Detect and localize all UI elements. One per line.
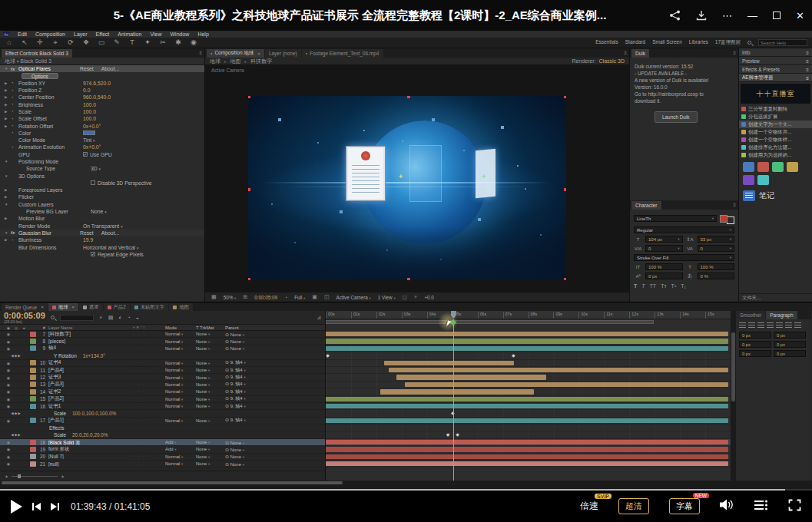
layer-name[interactable]: 证书2 <box>48 388 133 395</box>
layer-color-label[interactable] <box>30 332 36 337</box>
justify-last-right-icon[interactable] <box>785 322 792 329</box>
selection-handle[interactable] <box>407 278 410 280</box>
layer-duration-bar[interactable] <box>326 397 728 401</box>
mode-select[interactable]: Normal ▾ <box>165 361 196 365</box>
mode-select[interactable]: Normal ▾ <box>165 454 196 459</box>
twirl-icon[interactable]: ▶ <box>5 216 11 220</box>
property-value[interactable]: 0x+0.0° <box>83 124 101 129</box>
property-value[interactable]: 1x+134.0° <box>83 353 105 358</box>
layer-switches[interactable]: · · · <box>133 397 165 401</box>
justify-last-left-icon[interactable] <box>767 322 774 329</box>
visibility-toggle[interactable]: ◉ <box>5 332 12 336</box>
property-value[interactable]: 0x+0.0° <box>83 144 101 150</box>
layer-color-label[interactable] <box>30 339 36 344</box>
layer-color-label[interactable] <box>30 404 36 409</box>
timeline-ruler[interactable]: 00s01s02s03s04s05s06s07s08s09s10s11s12s1… <box>326 311 731 319</box>
motion-blur-icon[interactable]: ◒ <box>136 315 139 320</box>
faux-italic-icon[interactable]: T <box>641 283 645 289</box>
eraser-tool-icon[interactable]: ✱ <box>174 38 183 47</box>
property-row[interactable]: ▶◔Center Position960.0,540.0 <box>0 94 204 101</box>
parent-select[interactable]: ⊙ 9. 轴4 ▾ <box>225 417 279 424</box>
twirl-icon[interactable]: ▶ <box>5 95 11 99</box>
pan-behind-tool-icon[interactable]: ❖ <box>81 38 91 47</box>
twirl-icon[interactable]: ▶ <box>5 103 11 107</box>
twirl-icon[interactable]: ▼ <box>5 203 11 206</box>
layer-row[interactable]: ◉8[pieces]· · ·Normal ▾None ▾⊙ None ▾ <box>0 338 325 345</box>
column-parent[interactable]: Parent <box>225 325 279 330</box>
tab-preview[interactable]: Preview≡ <box>739 57 812 65</box>
layer-row[interactable]: ◉16证书1· · ·Normal ▾None ▾⊙ 9. 轴4 ▾ <box>0 403 325 410</box>
track-row[interactable] <box>326 382 731 388</box>
font-family-select[interactable]: LineTh▾ <box>634 215 717 222</box>
track-row[interactable] <box>326 367 731 374</box>
property-row[interactable]: ◔Color <box>0 130 204 137</box>
puppet-pin-tool-icon[interactable]: ◉ <box>189 38 198 47</box>
previous-video-button[interactable] <box>32 503 41 510</box>
font-style-select[interactable]: Regular▾ <box>634 226 734 233</box>
keyframe-icon[interactable]: ◆ <box>326 352 330 358</box>
panel-menu-icon[interactable]: ≡ <box>806 75 809 81</box>
stopwatch-icon[interactable]: ◔ <box>11 117 18 121</box>
twirl-icon[interactable]: ▶ <box>5 110 11 114</box>
parent-select[interactable]: ⊙ None ▾ <box>225 332 279 337</box>
track-row[interactable]: ◆ <box>326 410 731 417</box>
property-group-row[interactable]: ▶Motion Blur <box>0 215 204 222</box>
layer-duration-bar[interactable] <box>326 332 728 336</box>
property-row[interactable]: ◀◆▶Scale100.0,100.0,100.0% <box>0 410 325 417</box>
layer-duration-bar[interactable] <box>326 346 728 351</box>
align-left-icon[interactable] <box>739 322 746 329</box>
property-group-row[interactable]: ▼Custom Layers <box>0 201 204 208</box>
layer-name[interactable]: 证书3 <box>48 374 133 381</box>
comp-tab[interactable]: Layer (none) <box>265 49 301 58</box>
layer-duration-bar[interactable] <box>326 339 728 343</box>
layer-name[interactable]: [科技数字] <box>48 331 133 338</box>
checkbox[interactable]: ✓ <box>83 152 88 157</box>
menu-edit[interactable]: Edit <box>18 31 27 37</box>
layer-switches[interactable]: · · · <box>133 375 165 379</box>
subtitle-button[interactable]: 字幕 NEW <box>669 498 700 514</box>
layer-row[interactable]: ◉17[产品1]· · ·Normal ▾None ▾⊙ 9. 轴4 ▾ <box>0 418 325 425</box>
parent-select[interactable]: ⊙ None ▾ <box>225 461 279 467</box>
tab-effect-controls[interactable]: Effect Controls Black Solid 3 <box>2 49 72 58</box>
justify-all-icon[interactable] <box>794 322 801 329</box>
property-dropdown[interactable]: On Transparent ▾ <box>83 223 123 229</box>
track-row[interactable] <box>326 418 731 425</box>
property-group-row[interactable]: ▼Positioning Mode <box>0 158 204 165</box>
workspace-item[interactable]: Libraries <box>689 39 708 46</box>
layer-row[interactable]: ◉13[产品3]· · ·Normal ▾None ▾⊙ 9. 轴4 ▾ <box>0 382 325 388</box>
mode-select[interactable]: Normal ▾ <box>165 375 196 380</box>
script-tool-icon[interactable] <box>743 162 754 172</box>
trkmat-select[interactable]: None ▾ <box>196 404 225 408</box>
script-tool-icon[interactable] <box>757 162 769 172</box>
layer-duration-bar[interactable] <box>380 389 534 394</box>
maximize-button[interactable] <box>773 12 781 19</box>
twirl-icon[interactable]: ▼ <box>5 231 11 235</box>
twirl-icon[interactable]: ▶ <box>5 188 11 192</box>
layer-name[interactable]: [产品2] <box>48 395 133 402</box>
layer-name[interactable]: [产品3] <box>48 381 133 388</box>
parent-select[interactable]: ⊙ 9. 轴4 ▾ <box>225 403 279 410</box>
playhead-line[interactable] <box>453 319 454 481</box>
property-row[interactable]: GPU✓Use GPU <box>0 151 204 158</box>
vertical-scale-value[interactable]: 100 % <box>645 263 683 270</box>
timeline-tab[interactable]: 遮罩 <box>79 303 103 311</box>
stopwatch-icon[interactable]: ◔ <box>11 130 18 135</box>
download-icon[interactable] <box>696 10 707 21</box>
layer-color-label[interactable] <box>30 461 36 467</box>
comp-current-time[interactable]: 0:00:05:09 <box>254 295 277 300</box>
visibility-toggle[interactable]: ◉ <box>5 440 12 444</box>
paragraph-spacing-value[interactable]: 0 px <box>774 341 806 348</box>
parent-select[interactable]: ⊙ 9. 轴4 ▾ <box>225 367 279 374</box>
property-row[interactable]: ▶◔Blurriness19.9 <box>0 236 204 243</box>
menu-help[interactable]: Help <box>197 31 208 37</box>
layer-row[interactable]: ◉19form 形状· · ·Add ▾None ▾⊙ None ▾ <box>0 446 325 453</box>
trkmat-select[interactable]: None ▾ <box>196 418 225 423</box>
layer-duration-bar[interactable] <box>326 404 728 408</box>
visibility-toggle[interactable]: ◉ <box>5 404 12 408</box>
layer-row[interactable]: ◉14证书2· · ·Normal ▾None ▾⊙ 9. 轴4 ▾ <box>0 388 325 395</box>
property-group-row[interactable]: ▼3D Options <box>0 172 204 179</box>
track-row[interactable] <box>326 338 731 345</box>
mode-select[interactable]: Normal ▾ <box>165 332 196 336</box>
track-row[interactable]: ◆◆ <box>326 352 731 359</box>
checkbox[interactable]: ✓ <box>91 252 95 256</box>
